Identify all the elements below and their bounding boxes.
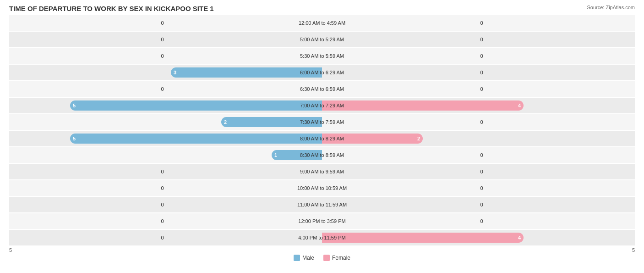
table-row: 3 6:00 AM to 6:29 AM 0 (9, 65, 635, 80)
table-row: 0 9:00 AM to 9:59 AM 0 (9, 164, 635, 179)
legend-male-box (294, 255, 300, 261)
val-male-outside: 0 (161, 202, 164, 207)
bar-female: 2 (322, 134, 423, 144)
val-female-outside: 0 (480, 218, 483, 224)
chart-title: TIME OF DEPARTURE TO WORK BY SEX IN KICK… (9, 5, 635, 12)
val-male-outside: 0 (161, 53, 164, 59)
legend-male-label: Male (302, 255, 314, 261)
table-row: 1 8:30 AM to 8:59 AM 0 (9, 147, 635, 163)
table-row: 0 5:30 AM to 5:59 AM 0 (9, 48, 635, 64)
bar-male: 2 (221, 117, 322, 127)
legend-male: Male (294, 255, 314, 261)
source-text: Source: ZipAtlas.com (587, 5, 635, 10)
val-female-inside: 2 (417, 136, 423, 141)
bar-female: 4 (322, 233, 524, 243)
table-row: 5 7:00 AM to 7:29 AM 4 (9, 98, 635, 113)
val-male-inside: 5 (70, 103, 76, 108)
val-male-inside: 3 (171, 70, 176, 75)
legend: Male Female (9, 255, 635, 261)
val-male-outside: 0 (161, 37, 164, 42)
val-female-outside: 0 (480, 20, 483, 26)
val-male-outside: 0 (161, 20, 164, 26)
table-row: 0 12:00 AM to 4:59 AM 0 (9, 15, 635, 31)
table-row: 0 10:00 AM to 10:59 AM 0 (9, 180, 635, 196)
val-female-outside: 0 (480, 152, 483, 158)
axis-right: 5 (632, 247, 635, 253)
val-female-outside: 0 (480, 119, 483, 125)
table-row: 0 6:30 AM to 6:59 AM 0 (9, 81, 635, 97)
val-male-outside: 0 (161, 218, 164, 224)
table-row: 0 4:00 PM to 11:59 PM 4 (9, 230, 635, 245)
val-female-outside: 0 (480, 70, 483, 75)
bar-male: 1 (272, 150, 322, 160)
val-female-inside: 4 (518, 235, 524, 240)
table-row: 2 7:30 AM to 7:59 AM 0 (9, 114, 635, 130)
val-male-outside: 0 (161, 185, 164, 191)
val-male-inside: 5 (70, 136, 76, 141)
val-male-outside: 0 (161, 235, 164, 240)
table-row: 0 11:00 AM to 11:59 AM 0 (9, 197, 635, 212)
val-female-outside: 0 (480, 169, 483, 174)
bar-male: 3 (171, 67, 322, 78)
val-male-outside: 0 (161, 169, 164, 174)
val-female-outside: 0 (480, 37, 483, 42)
val-female-outside: 0 (480, 185, 483, 191)
legend-female-box (323, 255, 330, 261)
val-female-outside: 0 (480, 86, 483, 92)
val-male-inside: 2 (221, 119, 227, 125)
legend-female-label: Female (332, 255, 350, 261)
val-male-outside: 0 (161, 86, 164, 92)
rows-area: 0 12:00 AM to 4:59 AM 0 0 5:00 (9, 15, 635, 246)
table-row: 0 5:00 AM to 5:29 AM 0 (9, 32, 635, 47)
bar-male: 5 (70, 134, 322, 144)
axis-left: 5 (9, 247, 12, 253)
val-female-outside: 0 (480, 202, 483, 207)
val-female-outside: 0 (480, 53, 483, 59)
val-male-inside: 1 (272, 152, 277, 158)
bar-female: 4 (322, 100, 524, 111)
chart-container: TIME OF DEPARTURE TO WORK BY SEX IN KICK… (0, 0, 644, 273)
legend-female: Female (323, 255, 350, 261)
table-row: 0 12:00 PM to 3:59 PM 0 (9, 213, 635, 229)
val-female-inside: 4 (518, 103, 524, 108)
axis-labels: 5 5 (9, 247, 635, 253)
bar-male: 5 (70, 100, 322, 111)
table-row: 5 8:00 AM to 8:29 AM 2 (9, 131, 635, 146)
